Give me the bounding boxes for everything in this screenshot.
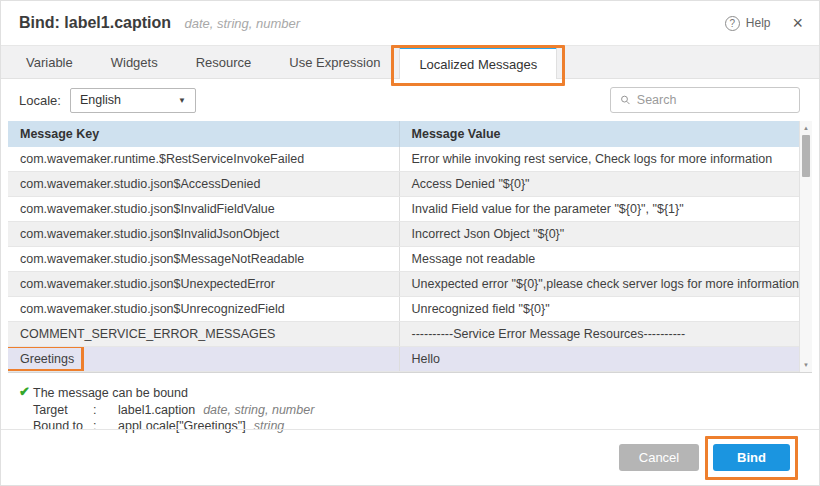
binding-info: ✔ The message can be bound Target : labe… (1, 373, 819, 435)
table-row[interactable]: com.wavemaker.studio.json$InvalidJsonObj… (8, 222, 799, 247)
message-value-text: Incorrect Json Object "${0}" (412, 227, 565, 241)
target-label: Target (33, 402, 93, 419)
table-row[interactable]: COMMENT_SERVICE_ERROR_MESSAGES----------… (8, 322, 799, 347)
message-value-cell[interactable]: Message not readable (400, 247, 799, 271)
message-key-cell[interactable]: Greetings (8, 347, 400, 371)
message-key-text: com.wavemaker.studio.json$UnexpectedErro… (20, 277, 275, 291)
locale-select[interactable]: English ▼ (70, 88, 196, 113)
message-key-cell[interactable]: COMMENT_SERVICE_ERROR_MESSAGES (8, 322, 400, 346)
locale-selected-value: English (80, 93, 121, 107)
bind-button-wrap: Bind (713, 444, 790, 471)
scrollbar-thumb[interactable] (802, 135, 810, 177)
table-header-row: Message Key Message Value (8, 121, 799, 147)
search-box[interactable] (610, 87, 800, 113)
tab-bar: VariableWidgetsResourceUse ExpressionLoc… (1, 45, 819, 79)
toolbar: Locale: English ▼ (1, 79, 819, 121)
message-value-cell[interactable]: Hello (400, 347, 799, 371)
message-key-text: com.wavemaker.studio.json$MessageNotRead… (20, 252, 304, 266)
status-text: The message can be bound (33, 385, 188, 402)
message-value-cell[interactable]: ----------Service Error Message Resource… (400, 322, 799, 346)
message-key-text: com.wavemaker.studio.json$UnrecognizedFi… (20, 302, 285, 316)
table-row[interactable]: com.wavemaker.studio.json$MessageNotRead… (8, 247, 799, 272)
message-key-cell[interactable]: com.wavemaker.studio.json$AccessDenied (8, 172, 400, 196)
table-row[interactable]: com.wavemaker.studio.json$AccessDeniedAc… (8, 172, 799, 197)
bind-dialog: Bind: label1.caption date, string, numbe… (0, 0, 820, 486)
caret-down-icon: ▼ (178, 96, 186, 105)
tab-resource[interactable]: Resource (177, 46, 271, 78)
table-row[interactable]: com.wavemaker.runtime.$RestServiceInvoke… (8, 147, 799, 172)
tab-label: Resource (196, 55, 252, 70)
close-icon[interactable]: × (792, 14, 803, 32)
help-icon: ? (725, 16, 740, 31)
message-key-cell[interactable]: com.wavemaker.runtime.$RestServiceInvoke… (8, 147, 400, 171)
message-key-text: com.wavemaker.studio.json$InvalidJsonObj… (20, 227, 279, 241)
message-key-text: com.wavemaker.runtime.$RestServiceInvoke… (20, 152, 304, 166)
bind-button[interactable]: Bind (713, 444, 790, 471)
message-value-text: Access Denied "${0}" (412, 177, 530, 191)
target-type: date, string, number (203, 402, 314, 419)
cancel-button[interactable]: Cancel (619, 444, 699, 471)
tab-label: Variable (26, 55, 73, 70)
title-type-hint: date, string, number (184, 16, 300, 31)
message-key-text: com.wavemaker.studio.json$InvalidFieldVa… (20, 202, 275, 216)
titlebar-actions: ? Help × (725, 14, 803, 32)
tab-label: Widgets (111, 55, 158, 70)
column-header-message-value[interactable]: Message Value (400, 121, 799, 147)
title-group: Bind: label1.caption date, string, numbe… (19, 14, 300, 32)
help-button[interactable]: ? Help (725, 16, 771, 31)
button-bar: Cancel Bind (1, 429, 819, 485)
table-row[interactable]: com.wavemaker.studio.json$UnexpectedErro… (8, 272, 799, 297)
message-key-cell[interactable]: com.wavemaker.studio.json$UnrecognizedFi… (8, 297, 400, 321)
dialog-titlebar: Bind: label1.caption date, string, numbe… (1, 1, 819, 45)
message-value-cell[interactable]: Unrecognized field "${0}" (400, 297, 799, 321)
table-row[interactable]: com.wavemaker.studio.json$UnrecognizedFi… (8, 297, 799, 322)
scroll-down-icon[interactable]: ▼ (800, 359, 812, 371)
help-label: Help (746, 16, 771, 30)
check-icon: ✔ (19, 384, 30, 399)
target-colon: : (93, 402, 118, 419)
messages-table: Message Key Message Value com.wavemaker.… (8, 121, 812, 373)
message-value-text: Unrecognized field "${0}" (412, 302, 550, 316)
message-value-cell[interactable]: Access Denied "${0}" (400, 172, 799, 196)
target-value: label1.caption (118, 402, 195, 419)
tab-variable[interactable]: Variable (7, 46, 92, 78)
message-key-cell[interactable]: com.wavemaker.studio.json$InvalidJsonObj… (8, 222, 400, 246)
column-header-message-key[interactable]: Message Key (8, 121, 400, 147)
page-title: Bind: label1.caption (19, 14, 171, 31)
message-value-text: Hello (412, 352, 441, 366)
message-key-text: Greetings (20, 352, 74, 366)
tab-use-expression[interactable]: Use Expression (270, 46, 399, 78)
message-key-cell[interactable]: com.wavemaker.studio.json$InvalidFieldVa… (8, 197, 400, 221)
tab-label: Use Expression (289, 55, 380, 70)
scroll-up-icon[interactable]: ▲ (800, 122, 812, 134)
message-value-text: Unexpected error "${0}",please check ser… (412, 277, 799, 291)
message-value-text: Message not readable (412, 252, 536, 266)
locale-label: Locale: (19, 93, 61, 108)
target-row: Target : label1.caption date, string, nu… (33, 402, 819, 419)
message-key-text: COMMENT_SERVICE_ERROR_MESSAGES (20, 327, 275, 341)
tab-label: Localized Messages (419, 57, 537, 72)
message-value-cell[interactable]: Unexpected error "${0}",please check ser… (400, 272, 799, 296)
search-icon (620, 94, 631, 106)
table-body: com.wavemaker.runtime.$RestServiceInvoke… (8, 147, 799, 372)
message-key-text: com.wavemaker.studio.json$AccessDenied (20, 177, 260, 191)
message-value-cell[interactable]: Invalid Field value for the parameter "$… (400, 197, 799, 221)
message-value-text: ----------Service Error Message Resource… (412, 327, 686, 341)
message-value-cell[interactable]: Error while invoking rest service, Check… (400, 147, 799, 171)
table-row[interactable]: com.wavemaker.studio.json$InvalidFieldVa… (8, 197, 799, 222)
message-key-cell[interactable]: com.wavemaker.studio.json$MessageNotRead… (8, 247, 400, 271)
message-key-cell[interactable]: com.wavemaker.studio.json$UnexpectedErro… (8, 272, 400, 296)
tab-localized-messages[interactable]: Localized Messages (399, 46, 557, 79)
search-input[interactable] (637, 93, 790, 107)
binding-status-row: The message can be bound (33, 385, 819, 402)
table-scrollbar[interactable]: ▲ ▼ (799, 121, 812, 372)
message-value-text: Invalid Field value for the parameter "$… (412, 202, 684, 216)
tab-widgets[interactable]: Widgets (92, 46, 177, 78)
table-row[interactable]: GreetingsHello (8, 347, 799, 372)
message-value-cell[interactable]: Incorrect Json Object "${0}" (400, 222, 799, 246)
message-value-text: Error while invoking rest service, Check… (412, 152, 773, 166)
